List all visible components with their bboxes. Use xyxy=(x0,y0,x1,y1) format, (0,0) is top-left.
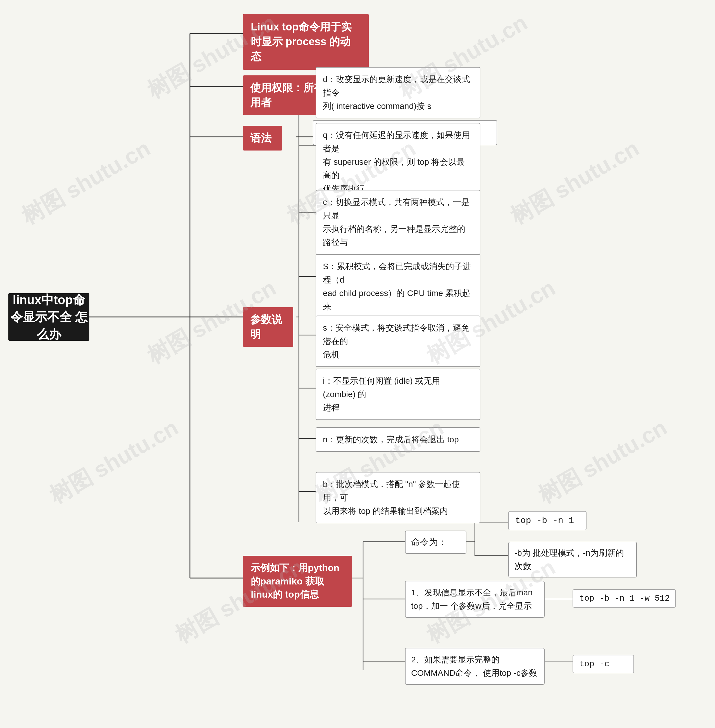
syntax-label: 语法 xyxy=(250,132,272,144)
cmd3-node: top -c xyxy=(573,655,634,673)
command-label-node: 命令为： xyxy=(405,531,466,554)
step1-node: 1、发现信息显示不全，最后man top，加一 个参数w后，完全显示 xyxy=(405,581,545,618)
params-label: 参数说明 xyxy=(250,314,282,340)
param-q-label: q：没有任何延迟的显示速度，如果使用者是有 superuser 的权限，则 to… xyxy=(323,130,470,193)
root-node: linux中top命令显示不全 怎么办 xyxy=(8,293,89,341)
param-s: s：安全模式，将交谈式指令取消，避免潜在的危机 xyxy=(315,315,480,367)
param-b: b：批次档模式，搭配 "n" 参数一起使用，可以用来将 top 的结果输出到档案… xyxy=(315,472,480,523)
param-S: S：累积模式，会将已完成或消失的子进程（dead child process）的… xyxy=(315,254,480,319)
param-d-label: d：改变显示的更新速度，或是在交谈式指令列( interactive comma… xyxy=(323,75,470,111)
command-label: 命令为： xyxy=(411,537,447,547)
cmd3-label: top -c xyxy=(579,659,609,669)
step2-node: 2、如果需要显示完整的COMMAND命令， 使用top -c参数 xyxy=(405,648,545,685)
watermark-10: 树图 shutu.cn xyxy=(533,413,673,511)
branch-syntax-label: 语法 xyxy=(243,126,282,151)
cmd2-node: top -b -n 1 -w 512 xyxy=(573,589,676,607)
param-S-label: S：累积模式，会将已完成或消失的子进程（dead child process）的… xyxy=(323,262,471,311)
param-i: i：不显示任何闲置 (idle) 或无用 (zombie) 的进程 xyxy=(315,369,480,420)
mindmap-container: linux中top命令显示不全 怎么办 Linux top命令用于实时显示 pr… xyxy=(0,0,715,728)
branch-top-title: Linux top命令用于实时显示 process 的动态 xyxy=(243,14,369,70)
param-b-label: b：批次档模式，搭配 "n" 参数一起使用，可以用来将 top 的结果输出到档案… xyxy=(323,479,460,515)
cmd1-desc-label: -b为 批处理模式，-n为刷新的次数 xyxy=(514,548,624,571)
param-s-label: s：安全模式，将交谈式指令取消，避免潜在的危机 xyxy=(323,323,469,359)
branch-example: 示例如下：用python 的paramiko 获取linux的 top信息 xyxy=(243,556,352,607)
cmd2-label: top -b -n 1 -w 512 xyxy=(579,594,670,603)
watermark-3: 树图 shutu.cn xyxy=(16,134,156,232)
step1-label: 1、发现信息显示不全，最后man top，加一 个参数w后，完全显示 xyxy=(411,588,532,610)
cmd1-label: top -b -n 1 xyxy=(515,515,574,526)
cmd1-desc-node: -b为 批处理模式，-n为刷新的次数 xyxy=(508,542,637,577)
root-label: linux中top命令显示不全 怎么办 xyxy=(8,291,89,343)
param-n-label: n：更新的次数，完成后将会退出 top xyxy=(323,435,459,444)
param-n: n：更新的次数，完成后将会退出 top xyxy=(315,427,480,452)
param-c: c：切换显示模式，共有两种模式，一是只显示执行档的名称，另一种是显示完整的路径与 xyxy=(315,190,480,255)
param-i-label: i：不显示任何闲置 (idle) 或无用 (zombie) 的进程 xyxy=(323,376,440,412)
cmd1-node: top -b -n 1 xyxy=(508,511,587,530)
example-label: 示例如下：用python 的paramiko 获取linux的 top信息 xyxy=(251,562,339,600)
param-d: d：改变显示的更新速度，或是在交谈式指令列( interactive comma… xyxy=(315,67,480,118)
branch-params-label: 参数说明 xyxy=(243,307,293,347)
param-c-label: c：切换显示模式，共有两种模式，一是只显示执行档的名称，另一种是显示完整的路径与 xyxy=(323,197,469,247)
watermark-8: 树图 shutu.cn xyxy=(44,413,184,511)
step2-label: 2、如果需要显示完整的COMMAND命令， 使用top -c参数 xyxy=(411,655,537,677)
top-title-label: Linux top命令用于实时显示 process 的动态 xyxy=(251,21,351,62)
param-q: q：没有任何延迟的显示速度，如果使用者是有 superuser 的权限，则 to… xyxy=(315,123,480,201)
watermark-5: 树图 shutu.cn xyxy=(505,134,645,232)
